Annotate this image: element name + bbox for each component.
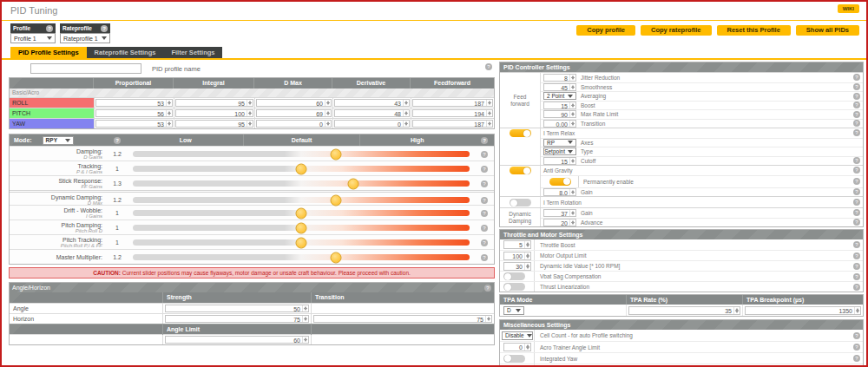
tab-filter-settings[interactable]: Filter Settings: [163, 47, 222, 58]
help-icon[interactable]: [481, 151, 488, 158]
vbat-sag-toggle[interactable]: [503, 272, 525, 280]
acro-trainer-input[interactable]: 0: [503, 343, 531, 351]
averaging-select[interactable]: 2 Point: [543, 92, 576, 100]
help-icon[interactable]: [853, 355, 860, 362]
help-icon[interactable]: [853, 178, 860, 185]
rateprofile-select[interactable]: Rateprofile 1: [60, 33, 110, 43]
help-icon[interactable]: [481, 254, 488, 261]
slider-handle[interactable]: [296, 222, 307, 233]
help-icon[interactable]: [853, 252, 860, 259]
help-icon[interactable]: [853, 129, 860, 136]
thrust-linearization-toggle[interactable]: [503, 283, 525, 291]
spinner-icon[interactable]: [569, 220, 575, 226]
help-icon[interactable]: [853, 157, 860, 164]
spinner-icon[interactable]: [524, 241, 530, 248]
anti-gravity-permanent-toggle[interactable]: [549, 178, 571, 186]
iterm-relax-type-select[interactable]: Setpoint: [543, 147, 576, 155]
spinner-icon[interactable]: [569, 158, 575, 164]
help-icon[interactable]: [481, 210, 488, 217]
slider-track[interactable]: [133, 254, 470, 260]
help-icon[interactable]: [485, 63, 492, 70]
transition-input[interactable]: 0.00: [543, 120, 576, 128]
help-icon[interactable]: [853, 284, 860, 291]
help-icon[interactable]: [484, 285, 491, 292]
help-icon[interactable]: [853, 263, 860, 270]
spinner-icon[interactable]: [486, 110, 492, 116]
spinner-icon[interactable]: [247, 121, 253, 127]
spinner-icon[interactable]: [403, 100, 409, 106]
help-icon[interactable]: [853, 167, 860, 174]
spinner-icon[interactable]: [403, 121, 409, 127]
spinner-icon[interactable]: [486, 100, 492, 106]
help-icon[interactable]: [46, 25, 53, 32]
iterm-rotation-toggle[interactable]: [510, 199, 531, 206]
angle-limit-input[interactable]: 60: [165, 336, 309, 344]
anti-gravity-toggle[interactable]: [510, 167, 531, 174]
dynamic-damping-advance-input[interactable]: 20: [543, 219, 576, 226]
tpa-mode-select[interactable]: D: [503, 306, 524, 315]
spinner-icon[interactable]: [733, 307, 740, 314]
help-icon[interactable]: [853, 188, 860, 195]
reset-profile-button[interactable]: Reset this Profile: [717, 25, 791, 36]
iterm-relax-cutoff-input[interactable]: 15: [543, 157, 576, 165]
help-icon[interactable]: [853, 209, 860, 216]
smoothness-input[interactable]: 45: [543, 83, 576, 91]
spinner-icon[interactable]: [166, 110, 172, 116]
tpa-rate-input[interactable]: 35: [628, 306, 740, 315]
roll-i-input[interactable]: 95: [175, 99, 253, 107]
cell-count-select[interactable]: Disable: [502, 331, 533, 340]
help-icon[interactable]: [853, 273, 860, 280]
spinner-icon[interactable]: [486, 121, 492, 127]
yaw-p-input[interactable]: 53: [95, 120, 173, 128]
spinner-icon[interactable]: [485, 316, 491, 322]
pitch-d-input[interactable]: 48: [334, 109, 410, 117]
slider-mode-select[interactable]: RPY: [43, 136, 74, 145]
slider-handle[interactable]: [331, 252, 342, 263]
yaw-ff-input[interactable]: 187: [412, 120, 493, 128]
copy-profile-button[interactable]: Copy profile: [576, 25, 635, 36]
spinner-icon[interactable]: [524, 344, 530, 351]
help-icon[interactable]: [481, 166, 488, 173]
wiki-button[interactable]: WIKI: [838, 4, 859, 13]
yaw-d-input[interactable]: 0: [334, 120, 410, 128]
yaw-i-input[interactable]: 95: [175, 120, 253, 128]
help-icon[interactable]: [853, 199, 860, 206]
help-icon[interactable]: [481, 197, 488, 204]
help-icon[interactable]: [853, 102, 860, 108]
spinner-icon[interactable]: [166, 100, 172, 106]
spinner-icon[interactable]: [247, 100, 253, 106]
spinner-icon[interactable]: [569, 210, 575, 216]
horizon-strength-input[interactable]: 75: [165, 315, 309, 323]
boost-input[interactable]: 15: [543, 102, 576, 109]
spinner-icon[interactable]: [569, 75, 575, 81]
spinner-icon[interactable]: [302, 337, 308, 343]
spinner-icon[interactable]: [403, 110, 409, 116]
spinner-icon[interactable]: [569, 102, 575, 108]
help-icon[interactable]: [853, 332, 860, 339]
spinner-icon[interactable]: [302, 316, 308, 322]
anti-gravity-gain-input[interactable]: 8.0: [543, 188, 576, 196]
spinner-icon[interactable]: [524, 263, 530, 270]
throttle-boost-input[interactable]: 5: [503, 240, 531, 249]
max-rate-limit-input[interactable]: 90: [543, 110, 576, 118]
slider-handle[interactable]: [331, 194, 342, 206]
spinner-icon[interactable]: [569, 111, 575, 117]
pitch-i-input[interactable]: 100: [175, 109, 253, 117]
slider-track[interactable]: [133, 197, 470, 203]
help-icon[interactable]: [853, 83, 860, 90]
spinner-icon[interactable]: [569, 189, 575, 195]
horizon-transition-input[interactable]: 75: [313, 315, 492, 323]
pid-profile-name-input[interactable]: [30, 63, 141, 74]
show-all-pids-button[interactable]: Show all PIDs: [796, 25, 859, 36]
dynamic-idle-input[interactable]: 30: [503, 262, 531, 271]
iterm-relax-axes-select[interactable]: RP: [543, 139, 576, 147]
tab-rateprofile-settings[interactable]: Rateprofile Settings: [87, 47, 164, 58]
spinner-icon[interactable]: [302, 305, 308, 311]
help-icon[interactable]: [481, 239, 488, 246]
spinner-icon[interactable]: [247, 110, 253, 116]
slider-track[interactable]: [133, 180, 470, 187]
yaw-dmax-input[interactable]: 0: [256, 120, 332, 128]
tab-pid-profile-settings[interactable]: PID Profile Settings: [10, 47, 87, 58]
help-icon[interactable]: [853, 219, 860, 226]
angle-strength-input[interactable]: 50: [165, 305, 309, 312]
